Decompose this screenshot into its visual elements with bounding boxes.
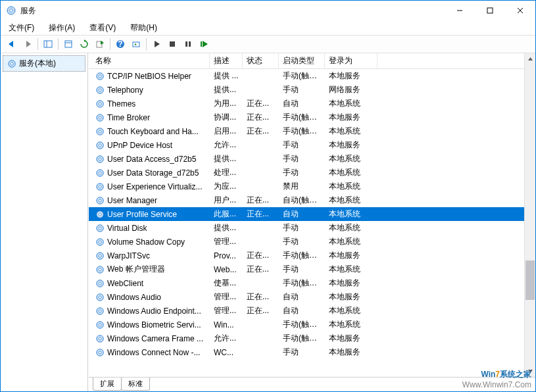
scroll-track[interactable] xyxy=(525,64,535,366)
service-startup-type: 手动(触发... xyxy=(279,333,325,344)
service-logon-as: 本地系统 xyxy=(325,264,378,275)
service-row[interactable]: Volume Shadow Copy管理...手动本地系统 xyxy=(89,235,524,249)
svg-point-56 xyxy=(99,268,101,270)
service-description: 为应... xyxy=(210,181,243,192)
service-row[interactable]: Touch Keyboard and Ha...启用...正在...手动(触发.… xyxy=(89,124,524,138)
menu-file[interactable]: 文件(F) xyxy=(6,21,37,35)
service-startup-type: 手动 xyxy=(279,264,325,275)
service-row[interactable]: Web 帐户管理器Web...正在...手动本地系统 xyxy=(89,262,524,276)
service-name: WebClient xyxy=(107,279,143,288)
svg-rect-10 xyxy=(65,41,72,47)
scroll-up-button[interactable] xyxy=(525,53,535,64)
vertical-scrollbar[interactable] xyxy=(524,53,535,377)
service-row[interactable]: User Data Access_d72b5提供...手动本地系统 xyxy=(89,152,524,166)
svg-point-26 xyxy=(11,62,13,64)
service-row[interactable]: Windows Biometric Servi...Win...手动(触发...… xyxy=(89,318,524,331)
minimize-button[interactable] xyxy=(445,1,475,20)
service-startup-type: 手动(触发... xyxy=(279,250,325,261)
close-button[interactable] xyxy=(505,1,535,20)
service-row[interactable]: User Profile Service此服...正在...自动本地系统 xyxy=(89,207,524,221)
svg-point-58 xyxy=(99,282,101,284)
service-name: User Manager xyxy=(107,196,157,205)
service-description: 为用... xyxy=(210,98,243,109)
service-logon-as: 本地系统 xyxy=(325,305,378,316)
scroll-thumb[interactable] xyxy=(525,260,535,300)
service-logon-as: 本地服务 xyxy=(325,291,378,303)
menu-help[interactable]: 帮助(H) xyxy=(128,21,160,35)
column-header-description[interactable]: 描述 xyxy=(210,53,243,68)
service-row[interactable]: User Data Storage_d72b5处理...手动本地系统 xyxy=(89,166,524,180)
service-row[interactable]: User Manager用户...正在...自动(触发...本地系统 xyxy=(89,193,524,207)
properties-button[interactable] xyxy=(61,37,76,51)
service-row[interactable]: WarpJITSvcProv...正在...手动(触发...本地服务 xyxy=(89,249,524,262)
service-row[interactable]: Themes为用...正在...自动本地系统 xyxy=(89,97,524,110)
service-startup-type: 手动(触发... xyxy=(279,319,325,330)
svg-point-62 xyxy=(99,309,101,312)
service-row[interactable]: Windows Audio管理...正在...自动本地服务 xyxy=(89,290,524,304)
service-description: 管理... xyxy=(210,236,243,247)
service-icon xyxy=(95,279,105,288)
action-button[interactable] xyxy=(129,37,143,51)
tab-standard[interactable]: 标准 xyxy=(121,378,150,391)
service-startup-type: 手动 xyxy=(279,153,325,164)
menu-action[interactable]: 操作(A) xyxy=(46,21,78,35)
help-button[interactable]: ? xyxy=(113,37,128,51)
column-header-name[interactable]: 名称 xyxy=(91,53,210,68)
service-description: 使基... xyxy=(210,278,243,289)
service-name: Windows Biometric Servi... xyxy=(107,320,201,330)
menu-view[interactable]: 查看(V) xyxy=(87,21,118,35)
forward-button[interactable] xyxy=(20,37,35,51)
service-startup-type: 自动 xyxy=(279,208,325,220)
column-header-logon-as[interactable]: 登录为 xyxy=(325,53,378,68)
service-logon-as: 本地服务 xyxy=(325,112,378,123)
svg-point-30 xyxy=(99,88,101,91)
service-startup-type: 手动 xyxy=(279,347,325,358)
pause-service-button[interactable] xyxy=(181,37,195,51)
title-bar: 服务 xyxy=(1,1,535,20)
service-logon-as: 本地系统 xyxy=(325,181,378,192)
service-row[interactable]: UPnP Device Host允许...手动本地服务 xyxy=(89,138,524,152)
stop-service-button[interactable] xyxy=(165,37,180,51)
tree-node-services-local[interactable]: 服务(本地) xyxy=(3,55,85,72)
svg-point-1 xyxy=(10,9,13,12)
start-service-button[interactable] xyxy=(149,37,164,51)
service-icon xyxy=(95,86,105,95)
export-button[interactable] xyxy=(93,37,107,51)
svg-point-68 xyxy=(99,351,101,353)
restart-service-button[interactable] xyxy=(197,37,211,51)
service-row[interactable]: TCP/IP NetBIOS Helper提供 ...手动(触发...本地服务 xyxy=(89,69,524,83)
service-startup-type: 自动(触发... xyxy=(279,195,325,206)
content-area: 服务(本地) 名称 描述 状态 启动类型 登录为 TCP/IP NetBIOS … xyxy=(1,53,535,391)
svg-point-28 xyxy=(99,74,101,77)
column-header-startup-type[interactable]: 启动类型 xyxy=(279,53,325,68)
service-description: 允许... xyxy=(210,139,243,151)
scroll-down-button[interactable] xyxy=(525,366,535,377)
service-startup-type: 自动 xyxy=(279,305,325,316)
refresh-button[interactable] xyxy=(77,37,91,51)
tab-extended[interactable]: 扩展 xyxy=(93,378,122,391)
service-row[interactable]: Telephony提供...手动网络服务 xyxy=(89,83,524,97)
service-row[interactable]: Time Broker协调...正在...手动(触发...本地服务 xyxy=(89,110,524,124)
service-description: 提供 ... xyxy=(210,70,243,82)
svg-marker-6 xyxy=(9,41,13,47)
svg-rect-23 xyxy=(201,41,202,47)
service-status: 正在... xyxy=(243,291,279,303)
maximize-button[interactable] xyxy=(475,1,505,20)
service-row[interactable]: User Experience Virtualiz...为应...禁用本地系统 xyxy=(89,180,524,193)
service-row[interactable]: Windows Connect Now -...WC...手动本地服务 xyxy=(89,345,524,359)
svg-point-38 xyxy=(99,143,101,146)
service-row[interactable]: Windows Camera Frame ...允许...手动(触发...本地服… xyxy=(89,331,524,345)
show-hide-tree-button[interactable] xyxy=(41,37,55,51)
service-row[interactable]: WebClient使基...手动(触发...本地服务 xyxy=(89,276,524,290)
service-description: 管理... xyxy=(210,291,243,303)
service-row[interactable]: Windows Audio Endpoint...管理...正在...自动本地系… xyxy=(89,304,524,318)
svg-point-44 xyxy=(99,185,101,187)
service-logon-as: 网络服务 xyxy=(325,84,378,95)
column-header-status[interactable]: 状态 xyxy=(243,53,279,68)
svg-point-52 xyxy=(99,240,101,243)
service-row[interactable]: Virtual Disk提供...手动本地系统 xyxy=(89,221,524,235)
service-name: Windows Audio Endpoint... xyxy=(107,306,201,316)
service-status: 正在... xyxy=(243,98,279,109)
back-button[interactable] xyxy=(5,37,19,51)
toolbar: ? xyxy=(1,35,535,53)
